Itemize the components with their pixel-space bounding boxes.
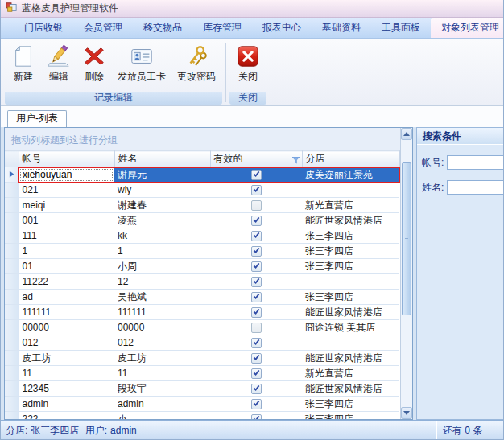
scroll-down-button[interactable]: [401, 407, 412, 419]
table-row[interactable]: 111111111111能匠世家风情港店: [5, 305, 399, 320]
group-by-hint[interactable]: 拖动列标题到这进行分组: [5, 128, 400, 150]
valid-checkbox[interactable]: [251, 246, 262, 257]
window-title: 蓝格皮具护理管理软件: [22, 2, 118, 15]
table-row[interactable]: 12345段玫宇能匠世家风情港店: [5, 381, 399, 397]
table-row[interactable]: 11张三李四店: [5, 244, 399, 259]
cell-name: 谢建春: [114, 198, 210, 213]
account-search-input[interactable]: [447, 155, 503, 170]
table-row[interactable]: meiqi谢建春新光直营店: [5, 198, 399, 213]
tab-base-data[interactable]: 基础资料: [312, 18, 371, 38]
cell-branch: 能匠世家风情港店: [302, 213, 399, 228]
change-password-button[interactable]: 更改密码: [171, 41, 221, 91]
valid-checkbox[interactable]: [251, 307, 262, 318]
branch-value: 张三李四店: [31, 425, 79, 436]
cell-name: 小: [114, 412, 210, 420]
ribbon-button-label: 关闭: [238, 70, 258, 84]
close-button[interactable]: 关闭: [230, 41, 266, 91]
column-header-branch[interactable]: 分店: [302, 151, 399, 167]
tab-tool-panel[interactable]: 工具面板: [371, 18, 431, 38]
tab-store-cashier[interactable]: 门店收银: [14, 18, 73, 38]
table-row[interactable]: 111kk张三李四店: [5, 228, 399, 244]
table-row[interactable]: 1111新光直营店: [5, 366, 399, 381]
tab-member-management[interactable]: 会员管理: [73, 18, 133, 38]
valid-checkbox[interactable]: [251, 414, 262, 419]
cell-valid: [210, 305, 302, 320]
table-row[interactable]: 222小张三李四店: [5, 412, 399, 420]
scroll-up-button[interactable]: [401, 128, 412, 140]
valid-checkbox[interactable]: [251, 170, 262, 180]
table-row[interactable]: 021wly: [5, 183, 399, 198]
name-search-input[interactable]: [447, 180, 503, 195]
delete-button[interactable]: 删除: [76, 41, 112, 91]
valid-checkbox[interactable]: [251, 231, 262, 241]
cell-account: 001: [19, 213, 114, 228]
user-grid: 拖动列标题到这进行分组 帐号 姓名 有效的 分店 xiehouyuan谢厚元皮美…: [4, 127, 413, 420]
table-row[interactable]: 001凌燕能匠世家风情港店: [5, 213, 399, 228]
table-row[interactable]: adminadmin张三李四店: [5, 397, 399, 412]
tab-user-list[interactable]: 用户-列表: [7, 110, 67, 127]
valid-checkbox[interactable]: [251, 216, 262, 226]
user-table: 帐号 姓名 有效的 分店 xiehouyuan谢厚元皮美迩丽江景苑021wlym…: [5, 150, 400, 419]
status-remaining: 还有 0 条: [436, 421, 504, 440]
cell-account: 01: [19, 259, 114, 274]
search-field-name: 姓名:: [422, 180, 503, 195]
cell-account: 012: [19, 335, 114, 351]
valid-checkbox[interactable]: [251, 185, 262, 195]
row-indicator-cell: [5, 228, 19, 244]
tab-inventory[interactable]: 库存管理: [192, 18, 252, 38]
tab-item-transfer[interactable]: 移交物品: [133, 18, 192, 38]
cell-valid: [210, 183, 302, 198]
valid-checkbox[interactable]: [251, 200, 262, 211]
table-row[interactable]: 皮工坊皮工坊能匠世家风情港店: [5, 351, 399, 366]
valid-checkbox[interactable]: [251, 384, 262, 394]
table-row[interactable]: 1122212: [5, 274, 399, 290]
valid-checkbox[interactable]: [251, 323, 262, 333]
scrollbar-thumb[interactable]: [402, 162, 411, 315]
table-row[interactable]: 012012: [5, 335, 399, 351]
table-row[interactable]: 01小周张三李四店: [5, 259, 399, 274]
valid-checkbox[interactable]: [251, 353, 262, 364]
scrollbar-track[interactable]: [401, 140, 412, 407]
row-indicator-cell: [5, 183, 19, 198]
row-indicator-cell: [5, 290, 19, 305]
column-header-account[interactable]: 帐号: [19, 151, 114, 167]
cell-name: wly: [114, 183, 210, 198]
valid-checkbox[interactable]: [251, 292, 262, 302]
ribbon-group-record-edit: 新建编辑删除发放员工卡更改密码 记录编辑: [4, 40, 223, 105]
cell-name: kk: [114, 228, 210, 244]
column-header-label: 分店: [306, 153, 325, 164]
cell-account: 1: [19, 244, 114, 259]
menu-bar: 门店收银会员管理移交物品库存管理报表中心基础资料工具面板对象列表管理: [1, 18, 503, 39]
tab-object-list-management[interactable]: 对象列表管理: [431, 18, 504, 38]
vertical-scrollbar[interactable]: [400, 128, 412, 419]
edit-button[interactable]: 编辑: [41, 41, 76, 91]
valid-checkbox[interactable]: [251, 399, 262, 409]
tab-report-center[interactable]: 报表中心: [252, 18, 312, 38]
valid-checkbox[interactable]: [251, 338, 262, 348]
table-row[interactable]: ad吴艳斌张三李四店: [5, 290, 399, 305]
valid-checkbox[interactable]: [251, 277, 262, 287]
row-indicator-header: [5, 151, 19, 167]
cell-valid: [210, 412, 302, 420]
row-indicator-cell: [5, 167, 19, 183]
cell-branch: 能匠世家风情港店: [302, 305, 399, 320]
search-panel-title: 搜索条件: [417, 128, 503, 145]
valid-checkbox[interactable]: [251, 368, 262, 379]
cell-name: 皮工坊: [114, 351, 210, 366]
cell-account: xiehouyuan: [19, 167, 114, 183]
cell-branch: 张三李四店: [302, 244, 399, 259]
filter-icon[interactable]: [292, 155, 300, 167]
cell-branch: 囧途连锁 美其店: [302, 320, 399, 335]
grid-left: 拖动列标题到这进行分组 帐号 姓名 有效的 分店 xiehouyuan谢厚元皮美…: [5, 128, 400, 419]
new-button[interactable]: 新建: [6, 41, 41, 91]
cell-account: 111: [19, 228, 114, 244]
table-row[interactable]: 0000000000囧途连锁 美其店: [5, 320, 399, 335]
table-row[interactable]: xiehouyuan谢厚元皮美迩丽江景苑: [5, 167, 399, 183]
column-header-valid[interactable]: 有效的: [210, 151, 302, 167]
cell-valid: [210, 213, 302, 228]
valid-checkbox[interactable]: [251, 261, 262, 272]
issue-staff-card-button[interactable]: 发放员工卡: [112, 41, 171, 91]
column-header-name[interactable]: 姓名: [114, 151, 210, 167]
cell-name: 吴艳斌: [114, 290, 210, 305]
cell-branch: [302, 274, 399, 290]
